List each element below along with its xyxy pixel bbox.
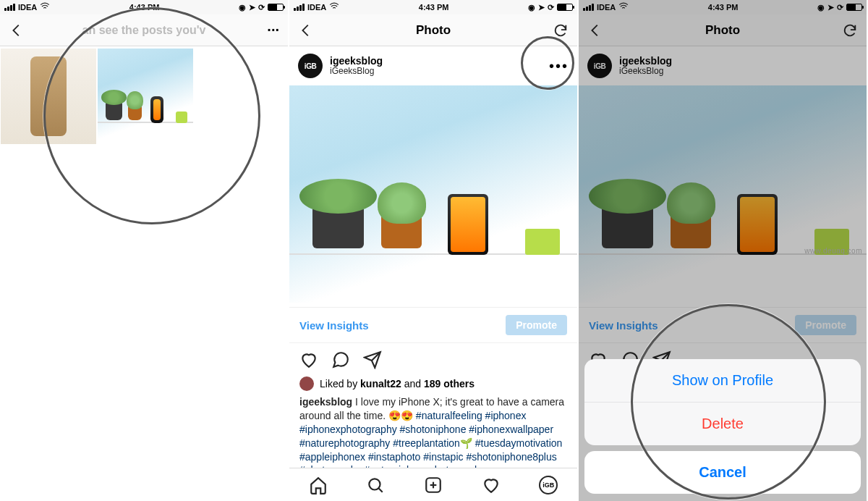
post-username: igeeksblog [619,56,672,67]
refresh-icon [842,22,858,38]
cancel-button[interactable]: Cancel [584,451,861,494]
view-insights-link[interactable]: View Insights [299,319,369,332]
alarm-icon: ◉ [528,3,535,12]
avatar[interactable]: iGB [298,54,323,78]
post-subtitle: iGeeksBlog [330,67,383,76]
promromote-button: Promote [795,315,856,335]
share-icon[interactable] [363,350,382,369]
status-time: 4:43 PM [708,3,739,12]
post-photo [579,85,867,303]
screen-archive-list: IDEA 4:43 PM ◉ ➤ ⟳ an see the posts you'… [0,0,289,501]
likes-joiner: and [401,378,424,390]
like-icon[interactable] [299,350,318,369]
screen-action-sheet: IDEA 4:43 PM ◉ ➤ ⟳ Photo iGB igeeksblog … [579,0,868,501]
status-bar: IDEA 4:43 PM ◉ ➤ ⟳ [289,0,577,14]
chevron-left-icon [587,22,603,38]
carrier-label: IDEA [597,3,616,12]
battery-icon [846,4,862,11]
signal-icon [583,4,594,11]
nav-bar: Photo [289,14,577,46]
wifi-icon [40,1,50,13]
signal-icon [4,4,15,11]
comment-icon[interactable] [331,350,350,369]
search-icon[interactable] [366,476,385,494]
home-icon[interactable] [309,476,328,494]
status-time: 4:43 PM [419,3,449,12]
post-content: iGB igeeksblog iGeeksBlog ••• View Insig… [289,46,577,501]
view-insights-link: View Insights [589,319,658,332]
rotation-lock-icon: ⟳ [837,3,843,12]
post-username[interactable]: igeeksblog [330,56,383,67]
insights-bar: View Insights Promote [289,307,577,343]
location-icon: ➤ [827,3,834,12]
back-button[interactable] [587,22,616,38]
location-icon: ➤ [249,3,255,12]
refresh-button[interactable] [540,22,569,38]
carrier-label: IDEA [307,3,326,12]
carrier-label: IDEA [18,3,37,12]
liker-avatar [299,376,314,391]
signal-icon [294,4,305,11]
status-bar: IDEA 4:43 PM ◉ ➤ ⟳ [0,0,288,14]
watermark: www.deuaq.com [804,247,862,255]
page-title: Photo [327,23,540,38]
rotation-lock-icon: ⟳ [258,3,265,12]
nav-bar: an see the posts you'v ··· [0,14,288,46]
caption-user[interactable]: igeeksblog [299,396,352,408]
svg-point-1 [370,479,380,489]
more-button[interactable]: ··· [250,22,279,38]
post-more-button[interactable]: ••• [549,58,569,75]
rotation-lock-icon: ⟳ [548,3,554,12]
battery-icon [268,4,284,11]
alarm-icon: ◉ [239,3,246,12]
page-title: Photo [616,23,829,38]
post-actions [289,343,577,376]
archive-thumbnail[interactable] [1,49,96,144]
likes-row[interactable]: Liked by kunalt22 and 189 others [289,376,577,391]
avatar: iGB [587,54,612,78]
more-icon: ··· [267,22,279,38]
liker-name: kunalt22 [360,378,401,390]
back-button[interactable] [9,22,38,38]
activity-icon[interactable] [482,476,501,494]
promote-button[interactable]: Promote [506,315,567,335]
alarm-icon: ◉ [817,3,825,12]
screen-photo-view: IDEA 4:43 PM ◉ ➤ ⟳ Photo iGB igeeksblog … [289,0,579,501]
wifi-icon [618,1,629,13]
archive-thumbnail[interactable] [98,49,193,144]
status-bar: IDEA 4:43 PM ◉ ➤ ⟳ [579,0,867,14]
new-post-icon[interactable] [424,476,443,494]
post-photo[interactable] [289,85,577,303]
delete-button[interactable]: Delete [584,403,861,445]
back-button[interactable] [298,22,327,38]
battery-icon [557,4,573,11]
profile-tab[interactable]: iGB [539,476,558,494]
page-title: an see the posts you'v [38,24,250,37]
status-time: 4:43 PM [129,3,160,12]
archive-grid [0,46,288,501]
post-caption: igeeksblog I love my iPhone X; it's grea… [289,391,577,477]
chevron-left-icon [298,22,314,38]
svg-line-2 [379,488,383,492]
post-header: iGB igeeksblog iGeeksBlog ••• [289,46,577,85]
show-on-profile-button[interactable]: Show on Profile [584,359,861,403]
others-count: 189 others [424,378,475,390]
post-subtitle: iGeeksBlog [619,67,672,76]
refresh-icon [553,22,569,38]
action-sheet: Show on Profile Delete Cancel [584,359,861,494]
chevron-left-icon [9,22,25,38]
location-icon: ➤ [538,3,545,12]
likes-prefix: Liked by [320,378,360,390]
refresh-button[interactable] [829,22,858,38]
wifi-icon [329,1,339,13]
nav-bar: Photo [579,14,867,46]
tab-bar: iGB [289,468,577,501]
